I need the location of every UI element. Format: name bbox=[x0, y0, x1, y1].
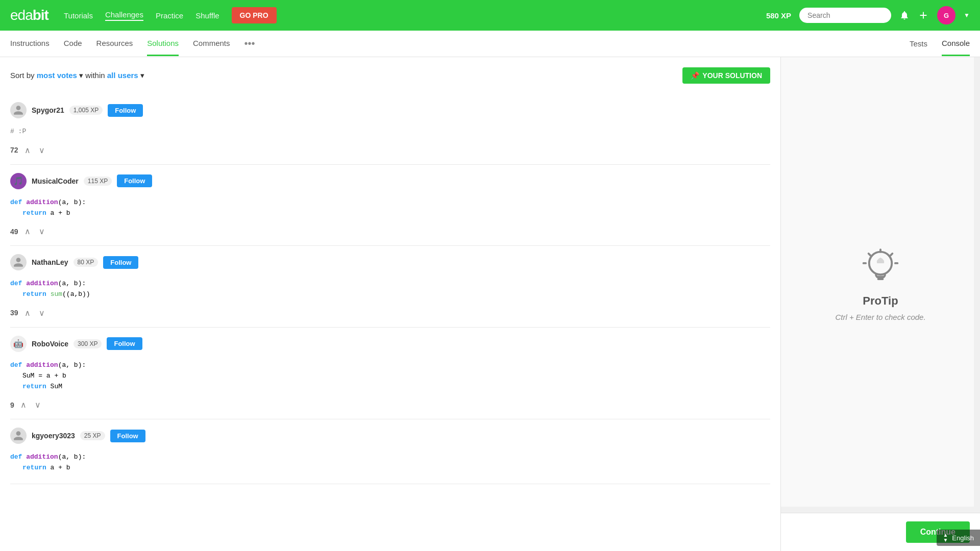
protip-title: ProTip bbox=[863, 294, 898, 308]
upvote-button[interactable]: ∧ bbox=[18, 399, 29, 411]
filter-by-dropdown[interactable]: all users bbox=[107, 71, 138, 80]
editor-area[interactable]: ProTip Ctrl + Enter to check code. bbox=[781, 57, 980, 513]
code-block: def addition(a, b): SuM = a + b return S… bbox=[10, 358, 770, 394]
dropdown-arrow-sort: ▾ bbox=[79, 71, 85, 80]
vertical-scrollbar[interactable] bbox=[974, 57, 980, 513]
top-nav: edabit Tutorials Challenges Practice Shu… bbox=[0, 0, 980, 31]
go-pro-button[interactable]: GO PRO bbox=[232, 7, 277, 23]
nav-practice[interactable]: Practice bbox=[156, 11, 183, 20]
tab-code[interactable]: Code bbox=[64, 32, 82, 56]
language-badge[interactable]: ▲ ▼ English bbox=[937, 530, 980, 546]
notifications-button[interactable] bbox=[899, 10, 910, 20]
xp-display: 580 XP bbox=[766, 11, 791, 20]
protip-subtitle: Ctrl + Enter to check code. bbox=[835, 313, 925, 321]
lang-arrows: ▲ ▼ bbox=[943, 533, 948, 543]
nav-tutorials[interactable]: Tutorials bbox=[64, 11, 93, 20]
lightbulb-icon bbox=[862, 248, 899, 289]
logo: edabit bbox=[10, 7, 48, 23]
sub-nav-right: Tests Console bbox=[910, 32, 970, 56]
solution-card: 🤖 RoboVoice 300 XP Follow def addition(a… bbox=[10, 328, 770, 419]
follow-button[interactable]: Follow bbox=[108, 104, 143, 117]
default-avatar-icon bbox=[13, 257, 24, 268]
downvote-button[interactable]: ∨ bbox=[37, 226, 47, 237]
solution-header: 🤖 RoboVoice 300 XP Follow bbox=[10, 336, 770, 352]
code-block: def addition(a, b): return a + b bbox=[10, 450, 770, 475]
downvote-button[interactable]: ∨ bbox=[37, 307, 47, 319]
code-block: def addition(a, b): return a + b bbox=[10, 195, 770, 221]
solution-card: Spygor21 1,005 XP Follow # :P 72 ∧ ∨ bbox=[10, 94, 770, 165]
sort-text: Sort by most votes ▾ within all users ▾ bbox=[10, 71, 144, 80]
user-avatar bbox=[10, 102, 27, 118]
tab-console[interactable]: Console bbox=[942, 32, 970, 56]
xp-badge: 300 XP bbox=[74, 339, 102, 348]
xp-badge: 25 XP bbox=[80, 431, 105, 440]
vote-row: 49 ∧ ∨ bbox=[10, 226, 770, 237]
search-input[interactable] bbox=[799, 8, 891, 23]
vote-count: 49 bbox=[10, 228, 18, 236]
nav-shuffle[interactable]: Shuffle bbox=[195, 11, 219, 20]
sort-prefix: Sort by bbox=[10, 71, 35, 80]
username: MusicalCoder bbox=[32, 177, 79, 185]
username: NathanLey bbox=[32, 258, 68, 266]
avatar[interactable]: G bbox=[937, 6, 955, 24]
tab-tests[interactable]: Tests bbox=[910, 32, 927, 55]
xp-badge: 1,005 XP bbox=[69, 106, 103, 115]
tab-resources[interactable]: Resources bbox=[96, 32, 133, 56]
main-layout: Sort by most votes ▾ within all users ▾ … bbox=[0, 57, 980, 551]
horizontal-scrollbar[interactable] bbox=[781, 507, 974, 513]
pin-icon: 📌 bbox=[691, 71, 699, 80]
solutions-panel: Sort by most votes ▾ within all users ▾ … bbox=[0, 57, 781, 551]
svg-line-5 bbox=[891, 254, 892, 255]
user-avatar: 🎵 bbox=[10, 173, 27, 189]
upvote-button[interactable]: ∧ bbox=[22, 226, 33, 237]
xp-badge: 115 XP bbox=[84, 177, 112, 186]
user-avatar: 🤖 bbox=[10, 336, 27, 352]
upvote-button[interactable]: ∧ bbox=[22, 307, 33, 319]
solution-header: kgyoery3023 25 XP Follow bbox=[10, 428, 770, 444]
sub-nav-left: Instructions Code Resources Solutions Co… bbox=[10, 32, 910, 56]
sub-nav: Instructions Code Resources Solutions Co… bbox=[0, 31, 980, 57]
right-panel: ProTip Ctrl + Enter to check code. Conti… bbox=[781, 57, 980, 551]
follow-button[interactable]: Follow bbox=[110, 430, 145, 442]
vote-count: 9 bbox=[10, 401, 14, 409]
sort-by-dropdown[interactable]: most votes bbox=[37, 71, 77, 80]
user-avatar bbox=[10, 428, 27, 444]
protip-container: ProTip Ctrl + Enter to check code. bbox=[781, 57, 980, 513]
downvote-button[interactable]: ∨ bbox=[37, 144, 47, 156]
username: Spygor21 bbox=[32, 106, 64, 114]
downvote-button[interactable]: ∨ bbox=[33, 399, 43, 411]
bell-icon bbox=[899, 10, 910, 20]
vote-row: 9 ∧ ∨ bbox=[10, 399, 770, 411]
user-avatar bbox=[10, 254, 27, 270]
follow-button[interactable]: Follow bbox=[107, 337, 142, 350]
sort-within-text: within bbox=[85, 71, 105, 80]
add-button[interactable] bbox=[918, 10, 929, 21]
vote-count: 72 bbox=[10, 146, 18, 154]
more-options-icon[interactable]: ••• bbox=[244, 38, 255, 49]
avatar-dropdown[interactable]: ▼ bbox=[964, 12, 970, 19]
default-avatar-icon bbox=[13, 105, 24, 116]
code-block: # :P bbox=[10, 124, 770, 139]
tab-comments[interactable]: Comments bbox=[193, 32, 230, 56]
vote-row: 72 ∧ ∨ bbox=[10, 144, 770, 156]
tab-solutions[interactable]: Solutions bbox=[147, 32, 179, 56]
follow-button[interactable]: Follow bbox=[117, 174, 152, 187]
nav-links: Tutorials Challenges Practice Shuffle GO… bbox=[64, 7, 277, 23]
plus-icon bbox=[918, 10, 929, 21]
nav-right: 580 XP G ▼ bbox=[766, 6, 970, 24]
nav-challenges[interactable]: Challenges bbox=[105, 10, 143, 21]
solution-header: NathanLey 80 XP Follow bbox=[10, 254, 770, 270]
solution-card: kgyoery3023 25 XP Follow def addition(a,… bbox=[10, 419, 770, 484]
default-avatar-icon bbox=[13, 430, 24, 441]
follow-button[interactable]: Follow bbox=[103, 256, 138, 269]
tab-instructions[interactable]: Instructions bbox=[10, 32, 50, 56]
upvote-button[interactable]: ∧ bbox=[22, 144, 33, 156]
code-block: def addition(a, b): return sum((a,b)) bbox=[10, 277, 770, 302]
xp-badge: 80 XP bbox=[74, 258, 99, 267]
solution-card: 🎵 MusicalCoder 115 XP Follow def additio… bbox=[10, 165, 770, 246]
dropdown-arrow-filter: ▾ bbox=[140, 71, 144, 80]
solution-card: NathanLey 80 XP Follow def addition(a, b… bbox=[10, 246, 770, 328]
your-solution-button[interactable]: 📌 YOUR SOLUTION bbox=[682, 67, 770, 84]
solution-header: Spygor21 1,005 XP Follow bbox=[10, 102, 770, 118]
sort-bar: Sort by most votes ▾ within all users ▾ … bbox=[10, 67, 770, 84]
